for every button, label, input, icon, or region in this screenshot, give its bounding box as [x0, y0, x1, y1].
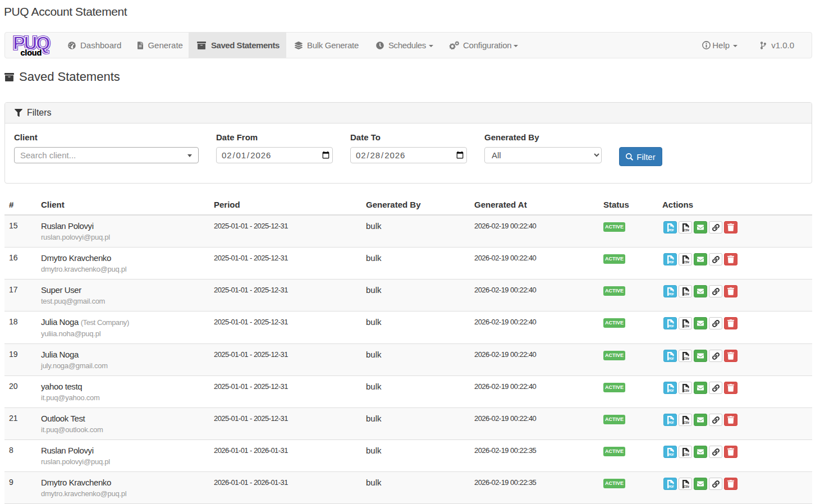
svg-text:CSV: CSV — [684, 292, 689, 295]
svg-text:CSV: CSV — [684, 356, 689, 360]
svg-text:PDF: PDF — [668, 452, 674, 456]
svg-text:cloud: cloud — [21, 48, 42, 57]
svg-text:PDF: PDF — [668, 388, 674, 392]
svg-text:PDF: PDF — [668, 228, 674, 231]
svg-text:CSV: CSV — [684, 420, 689, 424]
svg-text:CSV: CSV — [684, 484, 689, 488]
svg-text:PDF: PDF — [668, 484, 674, 488]
svg-text:CSV: CSV — [684, 260, 689, 263]
svg-text:CSV: CSV — [684, 228, 689, 231]
svg-text:CSV: CSV — [684, 452, 689, 456]
svg-text:PDF: PDF — [668, 356, 674, 360]
svg-text:PDF: PDF — [668, 420, 674, 424]
svg-text:CSV: CSV — [684, 388, 689, 392]
svg-text:PDF: PDF — [668, 260, 674, 263]
svg-text:PDF: PDF — [668, 324, 674, 327]
svg-text:PDF: PDF — [668, 292, 674, 295]
svg-text:CSV: CSV — [684, 324, 689, 327]
